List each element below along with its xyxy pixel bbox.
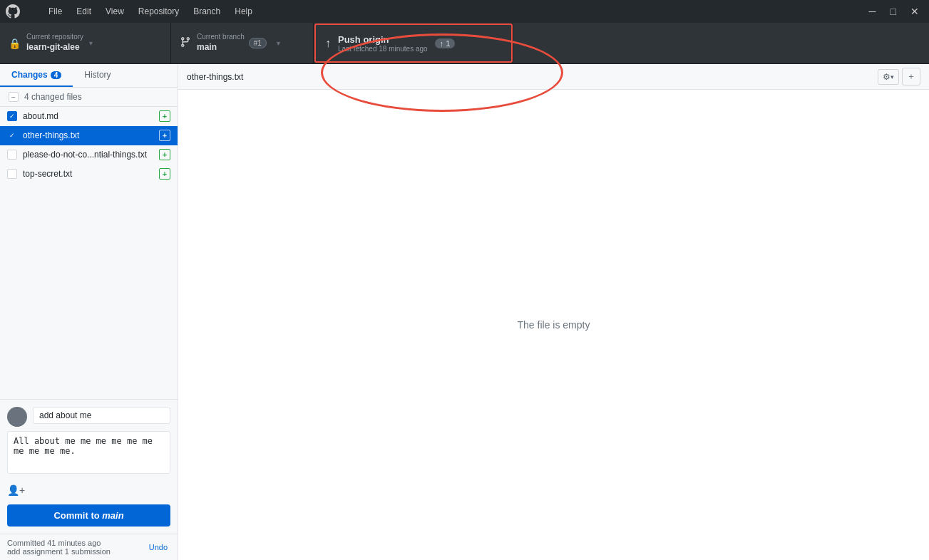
push-count-badge: ↑ 1 bbox=[435, 38, 456, 48]
file-status-confidential: + bbox=[159, 149, 170, 160]
tab-changes[interactable]: Changes4 bbox=[0, 64, 73, 87]
file-status-top-secret: + bbox=[159, 168, 170, 180]
branch-name: main bbox=[197, 41, 245, 53]
file-checkbox-confidential[interactable] bbox=[7, 150, 17, 160]
file-name-confidential: please-do-not-co...ntial-things.txt bbox=[23, 150, 159, 160]
changed-files-count: 4 changed files bbox=[24, 92, 82, 102]
committed-message: add assignment 1 submission bbox=[7, 547, 111, 556]
toolbar: 🔒 Current repository learn-git-alee ▾ Cu… bbox=[0, 23, 929, 64]
branch-badge: #1 bbox=[249, 38, 267, 48]
branch-chevron-icon: ▾ bbox=[277, 39, 280, 47]
content-header-actions: ⚙ ▾ ＋ bbox=[878, 68, 920, 85]
current-branch-section[interactable]: Current branch main #1 ▾ bbox=[171, 23, 314, 63]
add-person-icon: 👤+ bbox=[7, 484, 25, 496]
empty-file-message: The file is empty bbox=[518, 319, 590, 331]
file-checkbox-other-things[interactable] bbox=[7, 130, 17, 140]
window-controls: ─ □ ✕ bbox=[865, 4, 923, 19]
bottom-bar: Committed 41 minutes ago add assignment … bbox=[0, 534, 178, 560]
committed-time: Committed 41 minutes ago bbox=[7, 539, 111, 547]
current-repository-section[interactable]: 🔒 Current repository learn-git-alee ▾ bbox=[0, 23, 171, 63]
svg-point-1 bbox=[11, 418, 24, 427]
content-area: other-things.txt ⚙ ▾ ＋ The file is empty bbox=[178, 64, 929, 560]
deselect-all-button[interactable]: − bbox=[9, 92, 19, 102]
sidebar: Changes4 History − 4 changed files about… bbox=[0, 64, 178, 560]
commit-area: All about me me me me me me me me me me.… bbox=[0, 399, 178, 534]
content-body: The file is empty bbox=[178, 90, 929, 560]
content-header: other-things.txt ⚙ ▾ ＋ bbox=[178, 64, 929, 90]
repo-label: Current repository bbox=[26, 33, 83, 41]
plus-icon: ＋ bbox=[907, 71, 915, 83]
tab-history[interactable]: History bbox=[73, 64, 122, 87]
file-item-other-things[interactable]: other-things.txt + bbox=[0, 126, 178, 145]
file-item-confidential[interactable]: please-do-not-co...ntial-things.txt + bbox=[0, 145, 178, 165]
add-coauthor-button[interactable]: 👤+ bbox=[7, 482, 170, 499]
commit-title-row bbox=[7, 407, 170, 427]
add-file-button[interactable]: ＋ bbox=[902, 68, 920, 85]
file-checkbox-about-md[interactable] bbox=[7, 111, 17, 121]
gear-dropdown-icon: ▾ bbox=[890, 73, 894, 81]
menu-repository[interactable]: Repository bbox=[133, 5, 185, 18]
push-count-arrow: ↑ bbox=[440, 39, 444, 48]
minimize-button[interactable]: ─ bbox=[865, 4, 881, 19]
committed-info: Committed 41 minutes ago add assignment … bbox=[7, 539, 111, 556]
gear-settings-button[interactable]: ⚙ ▾ bbox=[878, 69, 899, 85]
changed-files-header: − 4 changed files bbox=[0, 88, 178, 107]
commit-button[interactable]: Commit to main bbox=[7, 504, 170, 527]
branch-info: Current branch main bbox=[197, 33, 245, 53]
push-subtitle: Last fetched 18 minutes ago bbox=[338, 45, 428, 53]
branch-icon bbox=[180, 36, 191, 50]
file-name-about-md: about.md bbox=[23, 111, 159, 121]
menu-bar: File Edit View Repository Branch Help bbox=[43, 5, 258, 18]
menu-view[interactable]: View bbox=[100, 5, 130, 18]
repo-chevron-icon: ▾ bbox=[89, 39, 93, 47]
menu-help[interactable]: Help bbox=[229, 5, 258, 18]
file-list: about.md + other-things.txt + please-do-… bbox=[0, 107, 178, 399]
file-name-other-things: other-things.txt bbox=[23, 130, 159, 140]
push-count: 1 bbox=[446, 39, 450, 48]
repo-name: learn-git-alee bbox=[26, 41, 83, 53]
push-up-arrow-icon: ↑ bbox=[325, 37, 331, 50]
file-item-top-secret[interactable]: top-secret.txt + bbox=[0, 165, 178, 184]
repo-info: Current repository learn-git-alee bbox=[26, 33, 83, 53]
close-button[interactable]: ✕ bbox=[906, 4, 923, 19]
maximize-button[interactable]: □ bbox=[886, 4, 900, 19]
content-file-path: other-things.txt bbox=[187, 72, 243, 82]
commit-title-input[interactable] bbox=[33, 407, 170, 424]
push-text: Push origin Last fetched 18 minutes ago bbox=[338, 34, 428, 53]
main-layout: Changes4 History − 4 changed files about… bbox=[0, 64, 929, 560]
undo-button[interactable]: Undo bbox=[146, 541, 170, 553]
file-item-about-md[interactable]: about.md + bbox=[0, 107, 178, 126]
github-logo-icon bbox=[6, 4, 20, 19]
branch-label: Current branch bbox=[197, 33, 245, 41]
push-origin-section[interactable]: ↑ Push origin Last fetched 18 minutes ag… bbox=[314, 23, 513, 63]
gear-icon: ⚙ bbox=[883, 72, 890, 82]
menu-file[interactable]: File bbox=[43, 5, 68, 18]
tab-bar: Changes4 History bbox=[0, 64, 178, 88]
commit-description-input[interactable]: All about me me me me me me me me me me. bbox=[7, 431, 170, 474]
menu-branch[interactable]: Branch bbox=[188, 5, 226, 18]
file-status-other-things: + bbox=[159, 130, 170, 141]
push-title: Push origin bbox=[338, 34, 428, 45]
commit-avatar bbox=[7, 407, 27, 427]
menu-edit[interactable]: Edit bbox=[71, 5, 97, 18]
file-checkbox-top-secret[interactable] bbox=[7, 169, 17, 179]
svg-point-0 bbox=[14, 410, 21, 418]
titlebar: File Edit View Repository Branch Help ─ … bbox=[0, 0, 929, 23]
file-status-about-md: + bbox=[159, 110, 170, 122]
lock-icon: 🔒 bbox=[9, 38, 21, 49]
file-name-top-secret: top-secret.txt bbox=[23, 169, 159, 179]
